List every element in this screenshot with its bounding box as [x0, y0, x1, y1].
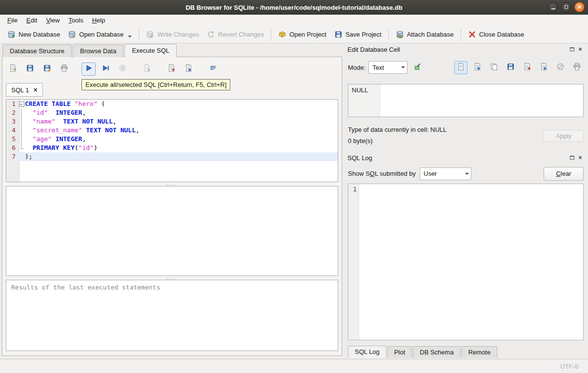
main-tab-bar: Database StructureBrowse DataExecute SQL [2, 44, 178, 57]
menu-help[interactable]: Help [88, 16, 110, 25]
menu-edit[interactable]: Edit [22, 16, 41, 25]
open-database-button[interactable]: Open Database [64, 28, 136, 41]
edit-cell-mode-row: Mode: Text [348, 61, 584, 74]
results-placeholder: Results of the last executed statements [11, 284, 160, 291]
line-number: 6 [6, 144, 18, 152]
close-icon[interactable]: × [574, 2, 585, 12]
dock-close-icon[interactable]: × [577, 154, 584, 161]
sql-log-line-number: 1 [353, 186, 357, 193]
line-number: 4 [6, 126, 18, 135]
word-wrap-button[interactable] [471, 61, 484, 74]
import-file-button[interactable] [537, 61, 550, 74]
stop-icon [119, 64, 127, 74]
open-sql-file-button[interactable] [6, 62, 20, 76]
fold-marker-icon [18, 135, 25, 144]
chevron-down-icon [463, 173, 471, 175]
set-null-icon [556, 62, 565, 72]
fold-marker-icon[interactable] [18, 100, 25, 108]
tab-browse-data[interactable]: Browse Data [73, 44, 123, 57]
print-icon [60, 64, 68, 74]
menu-tools[interactable]: Tools [64, 16, 87, 25]
tab-close-icon[interactable]: × [33, 86, 37, 93]
sql-log-view[interactable]: 1 [348, 184, 584, 340]
tab-execute-sql[interactable]: Execute SQL [124, 44, 177, 57]
clear-button[interactable]: Clear [544, 167, 584, 181]
dock-tab-sql-log[interactable]: SQL Log [348, 346, 386, 358]
print-button[interactable] [57, 62, 71, 76]
save-sql-file-icon [26, 64, 34, 74]
format-sql-button[interactable] [206, 62, 220, 76]
editor-line[interactable]: 7); [6, 152, 338, 161]
titlebar[interactable]: DB Browser for SQLite - /home/user/code/… [0, 0, 588, 15]
dock-close-icon[interactable]: × [577, 46, 584, 53]
dock-float-icon[interactable] [568, 46, 575, 53]
cell-value: NULL [352, 86, 368, 94]
print-button[interactable] [570, 61, 584, 74]
maximize-icon[interactable] [561, 2, 571, 12]
main-toolbar: New DatabaseOpen DatabaseWrite ChangesRe… [0, 26, 588, 43]
sql-editor[interactable]: 1CREATE TABLE "hero" (2 "id" INTEGER,3 "… [6, 99, 338, 182]
save-sql-file-button[interactable] [23, 62, 37, 76]
new-database-icon [7, 30, 16, 39]
menu-view[interactable]: View [41, 16, 64, 25]
sql-log-filter-combobox[interactable]: User [420, 167, 471, 180]
editor-line[interactable]: 1CREATE TABLE "hero" ( [6, 100, 338, 108]
minimize-icon[interactable] [548, 2, 558, 12]
chevron-down-icon[interactable] [128, 36, 132, 38]
editor-line[interactable]: 2 "id" INTEGER, [6, 108, 338, 117]
dock-float-icon[interactable] [568, 154, 575, 161]
close-database-icon [468, 30, 476, 39]
code-text: "age" INTEGER, [25, 135, 338, 144]
sql-log-gutter: 1 [348, 184, 359, 340]
export-results-button[interactable] [164, 62, 179, 76]
editor-line[interactable]: 5 "age" INTEGER, [6, 135, 338, 144]
text-document-button[interactable] [454, 61, 467, 74]
open-database-icon [68, 30, 76, 39]
splitter-handle[interactable]: ··· [2, 183, 342, 186]
line-number: 3 [6, 117, 18, 126]
encoding-indicator: UTF-8 [560, 363, 578, 370]
dock-tab-remote[interactable]: Remote [462, 346, 498, 358]
execute-all-button[interactable] [81, 62, 96, 76]
sql-log-filter-row: Show SQL submitted by User Clear [348, 166, 584, 181]
auto-switch-mode-button[interactable] [410, 61, 425, 74]
set-null-button[interactable] [554, 61, 567, 74]
sql-log-filter-label: Show SQL submitted by [348, 170, 416, 177]
attach-database-button[interactable]: Attach Database [392, 28, 458, 41]
editor-line[interactable]: 4 "secret_name" TEXT NOT NULL, [6, 126, 338, 135]
revert-changes-button: Revert Changes [203, 28, 268, 41]
copy-icon [490, 62, 498, 72]
save-project-button[interactable]: Save Project [330, 28, 385, 41]
menu-file[interactable]: File [3, 16, 22, 25]
word-wrap-icon [473, 62, 482, 72]
fold-marker-icon [18, 108, 25, 117]
dock-tab-plot[interactable]: Plot [387, 346, 412, 358]
editor-line[interactable]: 6 PRIMARY KEY("id") [6, 144, 338, 152]
edit-cell-dock-title: Edit Database Cell [347, 46, 567, 53]
editor-line[interactable]: 3 "name" TEXT NOT NULL, [6, 117, 338, 126]
new-database-button[interactable]: New Database [3, 28, 64, 41]
tooltip-text: Execute all/selected SQL [Ctrl+Return, F… [85, 81, 226, 88]
print-icon [573, 62, 581, 72]
dock-tab-db-schema[interactable]: DB Schema [413, 346, 460, 358]
tab-database-structure[interactable]: Database Structure [2, 44, 72, 57]
close-database-button[interactable]: Close Database [464, 28, 528, 41]
line-number: 7 [6, 152, 18, 161]
sql-editor-tab[interactable]: SQL 1 × [6, 83, 43, 97]
save-button[interactable] [504, 61, 517, 74]
line-number: 1 [6, 100, 18, 108]
mode-combobox[interactable]: Text [368, 61, 407, 74]
code-text: "id" INTEGER, [25, 108, 338, 117]
open-project-icon [278, 30, 286, 39]
open-sql-file-icon [9, 64, 17, 74]
save-sql-file-as-button[interactable] [40, 62, 54, 76]
word-wrap-button[interactable] [182, 62, 196, 76]
export-file-button[interactable] [521, 61, 534, 74]
execute-line-button[interactable] [99, 62, 113, 76]
copy-button[interactable] [487, 61, 501, 74]
open-project-button[interactable]: Open Project [274, 28, 330, 41]
cell-value-editor[interactable]: NULL [348, 84, 584, 117]
edit-cell-dock-header: Edit Database Cell × [347, 45, 584, 54]
write-changes-icon [146, 30, 154, 39]
attach-database-icon [396, 30, 404, 39]
